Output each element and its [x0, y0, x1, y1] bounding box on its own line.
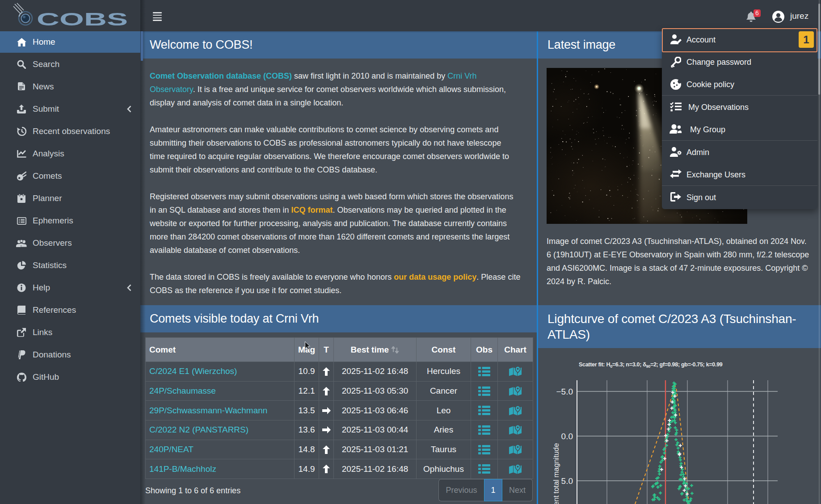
svg-text:0.0: 0.0	[561, 432, 573, 441]
svg-text:Scatter fit: H0=6.3; n=3.0; δ9: Scatter fit: H0=6.3; n=3.0; δ90=2; gf=0.…	[579, 361, 723, 369]
svg-text:Apparent total magnitude: Apparent total magnitude	[552, 443, 560, 504]
svg-text:5.0: 5.0	[561, 476, 573, 486]
svg-text:COBS: COBS	[37, 9, 128, 29]
svg-text:−5.0: −5.0	[556, 387, 573, 396]
